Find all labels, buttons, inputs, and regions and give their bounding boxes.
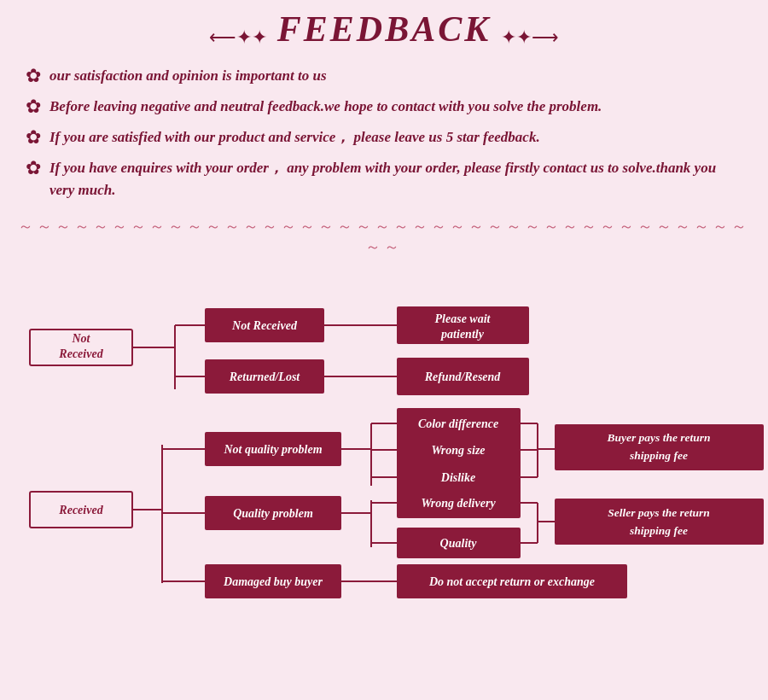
svg-text:Refund/Resend: Refund/Resend [424, 370, 502, 383]
bullet-icon-1: ✿ [26, 65, 41, 87]
bullet-icon-2: ✿ [26, 96, 41, 118]
svg-text:Received: Received [58, 504, 103, 516]
header-section: ⟵✦✦ FEEDBACK ✦✦⟶ [17, 9, 751, 50]
svg-text:Damaged buy buyer: Damaged buy buyer [223, 575, 323, 588]
point-text-2: Before leaving negative and neutral feed… [49, 96, 602, 118]
svg-text:patiently: patiently [440, 328, 485, 341]
divider: ～～～～～～～～～～～～～～～～～～～～～～～～～～～～～～～～～～～～～～～～… [17, 216, 751, 257]
feedback-points: ✿ our satisfaction and opinion is import… [17, 65, 751, 201]
header-deco-right: ✦✦⟶ [501, 26, 559, 49]
feedback-point-1: ✿ our satisfaction and opinion is import… [26, 65, 742, 87]
feedback-point-4: ✿ If you have enquires with your order， … [26, 157, 742, 201]
svg-text:Dislike: Dislike [440, 471, 475, 484]
feedback-point-3: ✿ If you are satisfied with our product … [26, 126, 742, 149]
svg-text:shipping fee: shipping fee [629, 449, 688, 462]
node-returned-lost: Returned/Lost [229, 370, 301, 383]
root-not-received-label: Not [72, 332, 91, 345]
bullet-icon-3: ✿ [26, 126, 41, 149]
svg-text:Not quality problem: Not quality problem [223, 443, 322, 456]
svg-text:Quality problem: Quality problem [233, 507, 313, 520]
svg-text:Seller pays the return: Seller pays the return [608, 506, 710, 519]
point-text-1: our satisfaction and opinion is importan… [49, 65, 327, 87]
point-text-4: If you have enquires with your order， an… [49, 157, 742, 201]
node-not-received: Not Received [231, 319, 298, 332]
root-not-received-label2: Received [58, 347, 103, 360]
flowchart-svg: Not Received Not Received Returned/Lost … [26, 283, 768, 615]
svg-text:Please wait: Please wait [435, 312, 492, 325]
flowchart: Not Received Not Received Returned/Lost … [17, 274, 751, 624]
svg-text:Do not accept return or exchan: Do not accept return or exchange [428, 575, 595, 588]
svg-text:Wrong delivery: Wrong delivery [421, 497, 496, 510]
svg-text:shipping fee: shipping fee [629, 524, 688, 537]
bullet-icon-4: ✿ [26, 157, 41, 179]
svg-text:Color difference: Color difference [418, 417, 498, 430]
page-wrapper: ⟵✦✦ FEEDBACK ✦✦⟶ ✿ our satisfaction and … [0, 0, 768, 700]
feedback-point-2: ✿ Before leaving negative and neutral fe… [26, 96, 742, 118]
svg-text:Quality: Quality [440, 537, 478, 550]
svg-text:Buyer pays the return: Buyer pays the return [606, 431, 710, 444]
svg-text:Wrong size: Wrong size [431, 444, 485, 457]
page-title: FEEDBACK [277, 9, 491, 50]
point-text-3: If you are satisfied with our product an… [49, 126, 540, 149]
header-deco-left: ⟵✦✦ [209, 26, 267, 49]
